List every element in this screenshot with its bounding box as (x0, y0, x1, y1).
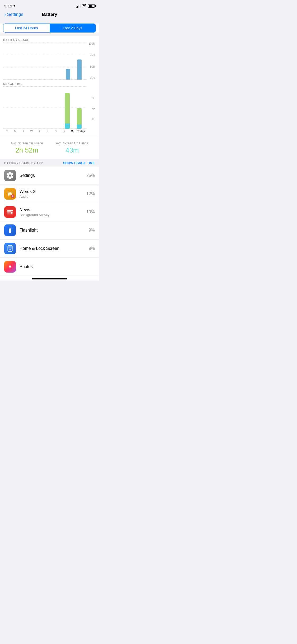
x-axis-labels: S M T W T F S S M Today (3, 129, 96, 135)
usage-bar-m2-on (65, 93, 70, 123)
homelock-icon-svg (7, 245, 13, 252)
app-icon-flashlight (4, 224, 16, 236)
words2-icon-text: W 2 (8, 191, 13, 197)
app-icon-homelock (4, 243, 16, 254)
app-row-words2[interactable]: W 2 Words 2 Audio 12% (0, 185, 99, 203)
app-info-words2: Words 2 Audio (20, 189, 83, 199)
usage-bars (3, 86, 86, 129)
usage-chart: 6H 4H 2H (3, 86, 96, 129)
screen-on-stat: Avg. Screen On Usage 2h 52m (4, 141, 50, 154)
segment-last-2-days[interactable]: Last 2 Days (50, 24, 96, 32)
signal-strength (76, 4, 81, 8)
location-icon: ✈ (13, 4, 15, 7)
back-label: Settings (7, 12, 23, 17)
news-icon-svg (6, 208, 14, 216)
battery-fill (89, 5, 92, 7)
y-label-2h: 2H (86, 118, 96, 121)
y-label-4h: 4H (86, 108, 96, 110)
segment-last-24h[interactable]: Last 24 Hours (3, 24, 50, 32)
usage-time-label: USAGE TIME (3, 80, 96, 86)
segment-control: Last 24 Hours Last 2 Days (3, 24, 96, 33)
x-label-f: F (45, 130, 50, 133)
battery-bars (3, 43, 86, 80)
signal-bar-4 (80, 4, 81, 8)
y-label-50: 50% (86, 66, 96, 68)
bar-today-battery (77, 59, 82, 80)
app-name-photos: Photos (20, 264, 91, 269)
app-info-photos: Photos (20, 264, 91, 269)
y-label-6h: 6H (86, 97, 96, 100)
x-label-today: Today (77, 130, 85, 133)
app-sub-news: Background Activity (20, 213, 83, 217)
app-name-words2: Words 2 (20, 189, 83, 194)
battery-usage-label: BATTERY USAGE (3, 36, 96, 43)
x-label-w: W (29, 130, 34, 133)
bar-m2 (66, 69, 70, 80)
status-time: 3:11 ✈ (4, 4, 15, 8)
x-label-m2: M (69, 130, 74, 133)
app-name-flashlight: Flashlight (20, 228, 85, 233)
app-row-settings[interactable]: Settings 25% (0, 167, 99, 185)
stats-row: Avg. Screen On Usage 2h 52m Avg. Screen … (0, 137, 99, 159)
app-row-photos[interactable]: Photos (0, 258, 99, 276)
back-button[interactable]: ‹ Settings (4, 12, 23, 18)
nav-bar: ‹ Settings Battery (0, 10, 99, 20)
battery-chart: 100% 75% 50% 25% (3, 43, 96, 80)
words2-badge: 2 (11, 194, 15, 198)
app-row-news[interactable]: News Background Activity 10% (0, 203, 99, 221)
app-section-label: BATTERY USAGE BY APP (4, 162, 43, 165)
screen-off-stat: Avg. Screen Off Usage 43m (50, 141, 95, 154)
wifi-icon (82, 4, 86, 8)
svg-rect-5 (10, 250, 10, 251)
usage-bar-m2-group (65, 93, 70, 129)
app-percent-settings: 25% (86, 173, 95, 178)
x-label-s1: S (4, 130, 10, 133)
status-icons (76, 4, 95, 8)
app-row-homelock[interactable]: Home & Lock Screen 9% (0, 240, 99, 258)
app-sub-words2: Audio (20, 195, 83, 199)
screen-on-label: Avg. Screen On Usage (4, 141, 50, 145)
signal-bar-1 (76, 7, 77, 8)
status-bar: 3:11 ✈ (0, 0, 99, 10)
app-section-header: BATTERY USAGE BY APP SHOW USAGE TIME (0, 159, 99, 167)
app-name-news: News (20, 208, 83, 212)
x-label-t1: T (21, 130, 26, 133)
svg-rect-3 (8, 246, 12, 249)
app-icon-words2: W 2 (4, 188, 16, 200)
app-name-settings: Settings (20, 173, 83, 178)
photos-icon-svg (7, 263, 13, 270)
segment-container: Last 24 Hours Last 2 Days (0, 24, 99, 33)
app-info-homelock: Home & Lock Screen (20, 246, 85, 251)
app-percent-news: 10% (86, 210, 95, 214)
y-label-100: 100% (86, 43, 96, 45)
signal-bar-3 (78, 5, 79, 8)
time-display: 3:11 (4, 4, 12, 8)
app-icon-settings (4, 170, 16, 181)
y-label-75: 75% (86, 54, 96, 57)
usage-bar-today-off (77, 125, 82, 129)
home-bar (32, 278, 67, 279)
battery-icon (88, 4, 95, 8)
svg-rect-1 (11, 212, 12, 214)
screen-off-label: Avg. Screen Off Usage (50, 141, 95, 145)
gear-icon (6, 172, 14, 179)
screen-off-value: 43m (50, 146, 95, 154)
x-label-m1: M (13, 130, 18, 133)
battery-usage-section: BATTERY USAGE 100% 75% 50% 25% (0, 36, 99, 137)
app-percent-words2: 12% (86, 191, 95, 196)
app-icon-news (4, 206, 16, 218)
x-label-s3: S (61, 130, 67, 133)
flashlight-icon-svg (7, 227, 13, 233)
app-info-flashlight: Flashlight (20, 228, 85, 233)
app-info-settings: Settings (20, 173, 83, 178)
app-row-flashlight[interactable]: Flashlight 9% (0, 221, 99, 240)
show-usage-time-button[interactable]: SHOW USAGE TIME (63, 161, 95, 165)
app-name-homelock: Home & Lock Screen (20, 246, 85, 251)
chevron-left-icon: ‹ (4, 12, 6, 18)
x-label-t2: T (37, 130, 42, 133)
battery-y-labels: 100% 75% 50% 25% (86, 43, 96, 80)
home-indicator (0, 276, 99, 280)
usage-bar-m2-off (65, 123, 70, 129)
usage-bar-today-on (77, 108, 82, 125)
page-title: Battery (42, 12, 57, 17)
